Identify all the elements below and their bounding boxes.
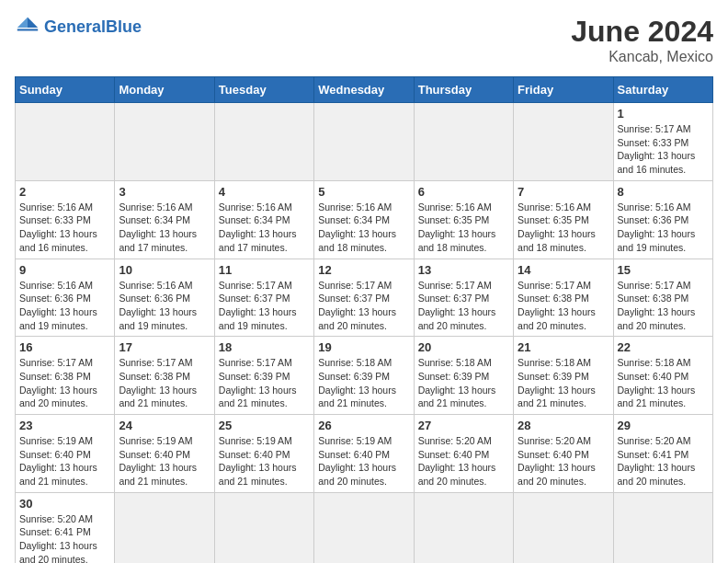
day-info: Sunrise: 5:17 AM Sunset: 6:38 PM Dayligh… xyxy=(518,279,609,333)
day-info: Sunrise: 5:17 AM Sunset: 6:38 PM Dayligh… xyxy=(119,356,210,410)
calendar-cell: 22Sunrise: 5:18 AM Sunset: 6:40 PM Dayli… xyxy=(613,337,712,415)
calendar-cell xyxy=(514,492,613,563)
day-info: Sunrise: 5:18 AM Sunset: 6:39 PM Dayligh… xyxy=(318,356,409,410)
calendar-table: SundayMondayTuesdayWednesdayThursdayFrid… xyxy=(15,76,713,563)
calendar-cell: 29Sunrise: 5:20 AM Sunset: 6:41 PM Dayli… xyxy=(613,415,712,493)
day-number: 21 xyxy=(518,340,609,354)
calendar-cell: 12Sunrise: 5:17 AM Sunset: 6:37 PM Dayli… xyxy=(314,259,414,337)
calendar-week-row: 1Sunrise: 5:17 AM Sunset: 6:33 PM Daylig… xyxy=(16,103,713,181)
day-info: Sunrise: 5:20 AM Sunset: 6:40 PM Dayligh… xyxy=(518,434,609,488)
day-number: 9 xyxy=(19,263,110,277)
calendar-cell: 5Sunrise: 5:16 AM Sunset: 6:34 PM Daylig… xyxy=(314,180,414,259)
calendar-cell: 26Sunrise: 5:19 AM Sunset: 6:40 PM Dayli… xyxy=(314,415,414,493)
main-title: June 2024 xyxy=(571,15,713,49)
day-number: 14 xyxy=(518,263,609,277)
calendar-cell: 1Sunrise: 5:17 AM Sunset: 6:33 PM Daylig… xyxy=(613,103,712,181)
day-number: 22 xyxy=(618,340,709,354)
day-number: 2 xyxy=(19,185,110,199)
calendar-cell: 23Sunrise: 5:19 AM Sunset: 6:40 PM Dayli… xyxy=(16,415,115,493)
calendar-cell xyxy=(414,103,513,181)
calendar-cell xyxy=(115,103,214,181)
calendar-cell: 13Sunrise: 5:17 AM Sunset: 6:37 PM Dayli… xyxy=(414,259,513,337)
calendar-cell: 30Sunrise: 5:20 AM Sunset: 6:41 PM Dayli… xyxy=(16,492,115,563)
day-info: Sunrise: 5:17 AM Sunset: 6:39 PM Dayligh… xyxy=(219,356,310,410)
calendar-body: 1Sunrise: 5:17 AM Sunset: 6:33 PM Daylig… xyxy=(16,103,713,564)
calendar-cell: 27Sunrise: 5:20 AM Sunset: 6:40 PM Dayli… xyxy=(414,415,513,493)
calendar-header: SundayMondayTuesdayWednesdayThursdayFrid… xyxy=(16,77,713,103)
day-number: 23 xyxy=(19,419,110,432)
day-number: 13 xyxy=(418,263,509,277)
day-info: Sunrise: 5:17 AM Sunset: 6:38 PM Dayligh… xyxy=(618,279,709,333)
calendar-cell: 19Sunrise: 5:18 AM Sunset: 6:39 PM Dayli… xyxy=(314,337,414,415)
weekday-thursday: Thursday xyxy=(414,77,513,103)
day-number: 11 xyxy=(219,263,310,277)
weekday-saturday: Saturday xyxy=(613,77,712,103)
day-number: 5 xyxy=(318,185,409,199)
svg-marker-0 xyxy=(28,17,38,28)
calendar-cell xyxy=(214,103,313,181)
day-number: 30 xyxy=(19,497,110,511)
day-info: Sunrise: 5:16 AM Sunset: 6:33 PM Dayligh… xyxy=(19,201,110,255)
calendar-week-row: 23Sunrise: 5:19 AM Sunset: 6:40 PM Dayli… xyxy=(16,415,713,493)
day-info: Sunrise: 5:17 AM Sunset: 6:37 PM Dayligh… xyxy=(418,279,509,333)
day-number: 10 xyxy=(119,263,210,277)
calendar-cell: 20Sunrise: 5:18 AM Sunset: 6:39 PM Dayli… xyxy=(414,337,513,415)
logo-blue: Blue xyxy=(106,17,142,36)
page-header: GeneralBlue June 2024 Kancab, Mexico xyxy=(15,15,713,65)
day-number: 20 xyxy=(418,340,509,354)
calendar-cell xyxy=(514,103,613,181)
day-number: 27 xyxy=(418,419,509,432)
calendar-cell xyxy=(613,492,712,563)
day-info: Sunrise: 5:18 AM Sunset: 6:39 PM Dayligh… xyxy=(418,356,509,410)
day-info: Sunrise: 5:16 AM Sunset: 6:34 PM Dayligh… xyxy=(119,201,210,255)
calendar-cell: 14Sunrise: 5:17 AM Sunset: 6:38 PM Dayli… xyxy=(514,259,613,337)
day-info: Sunrise: 5:16 AM Sunset: 6:34 PM Dayligh… xyxy=(219,201,310,255)
day-number: 28 xyxy=(518,419,609,432)
day-info: Sunrise: 5:16 AM Sunset: 6:36 PM Dayligh… xyxy=(618,201,709,255)
day-info: Sunrise: 5:16 AM Sunset: 6:34 PM Dayligh… xyxy=(318,201,409,255)
location: Kancab, Mexico xyxy=(571,49,713,65)
day-info: Sunrise: 5:20 AM Sunset: 6:41 PM Dayligh… xyxy=(618,434,709,488)
weekday-wednesday: Wednesday xyxy=(314,77,414,103)
calendar-cell xyxy=(214,492,313,563)
calendar-cell: 11Sunrise: 5:17 AM Sunset: 6:37 PM Dayli… xyxy=(214,259,313,337)
day-info: Sunrise: 5:17 AM Sunset: 6:33 PM Dayligh… xyxy=(618,122,709,177)
calendar-cell: 6Sunrise: 5:16 AM Sunset: 6:35 PM Daylig… xyxy=(414,180,513,259)
day-number: 19 xyxy=(318,340,409,354)
calendar-cell: 17Sunrise: 5:17 AM Sunset: 6:38 PM Dayli… xyxy=(115,337,214,415)
day-number: 26 xyxy=(318,419,409,432)
day-info: Sunrise: 5:20 AM Sunset: 6:41 PM Dayligh… xyxy=(19,512,110,563)
day-number: 6 xyxy=(418,185,509,199)
calendar-week-row: 30Sunrise: 5:20 AM Sunset: 6:41 PM Dayli… xyxy=(16,492,713,563)
calendar-cell: 8Sunrise: 5:16 AM Sunset: 6:36 PM Daylig… xyxy=(613,180,712,259)
weekday-monday: Monday xyxy=(115,77,214,103)
day-info: Sunrise: 5:19 AM Sunset: 6:40 PM Dayligh… xyxy=(318,434,409,488)
day-info: Sunrise: 5:18 AM Sunset: 6:39 PM Dayligh… xyxy=(518,356,609,410)
day-info: Sunrise: 5:17 AM Sunset: 6:37 PM Dayligh… xyxy=(219,279,310,333)
day-number: 18 xyxy=(219,340,310,354)
day-number: 3 xyxy=(119,185,210,199)
day-info: Sunrise: 5:16 AM Sunset: 6:35 PM Dayligh… xyxy=(518,201,609,255)
calendar-cell xyxy=(314,492,414,563)
calendar-cell: 7Sunrise: 5:16 AM Sunset: 6:35 PM Daylig… xyxy=(514,180,613,259)
calendar-cell: 24Sunrise: 5:19 AM Sunset: 6:40 PM Dayli… xyxy=(115,415,214,493)
calendar-cell: 25Sunrise: 5:19 AM Sunset: 6:40 PM Dayli… xyxy=(214,415,313,493)
day-number: 16 xyxy=(19,340,110,354)
calendar-cell: 4Sunrise: 5:16 AM Sunset: 6:34 PM Daylig… xyxy=(214,180,313,259)
svg-rect-2 xyxy=(17,29,38,30)
day-info: Sunrise: 5:20 AM Sunset: 6:40 PM Dayligh… xyxy=(418,434,509,488)
weekday-friday: Friday xyxy=(514,77,613,103)
day-info: Sunrise: 5:16 AM Sunset: 6:36 PM Dayligh… xyxy=(119,279,210,333)
day-number: 25 xyxy=(219,419,310,432)
day-info: Sunrise: 5:19 AM Sunset: 6:40 PM Dayligh… xyxy=(219,434,310,488)
calendar-cell: 21Sunrise: 5:18 AM Sunset: 6:39 PM Dayli… xyxy=(514,337,613,415)
day-number: 7 xyxy=(518,185,609,199)
weekday-tuesday: Tuesday xyxy=(214,77,313,103)
calendar-cell: 3Sunrise: 5:16 AM Sunset: 6:34 PM Daylig… xyxy=(115,180,214,259)
calendar-cell: 15Sunrise: 5:17 AM Sunset: 6:38 PM Dayli… xyxy=(613,259,712,337)
day-number: 12 xyxy=(318,263,409,277)
weekday-sunday: Sunday xyxy=(16,77,115,103)
calendar-cell xyxy=(16,103,115,181)
calendar-cell: 16Sunrise: 5:17 AM Sunset: 6:38 PM Dayli… xyxy=(16,337,115,415)
calendar-cell: 9Sunrise: 5:16 AM Sunset: 6:36 PM Daylig… xyxy=(16,259,115,337)
